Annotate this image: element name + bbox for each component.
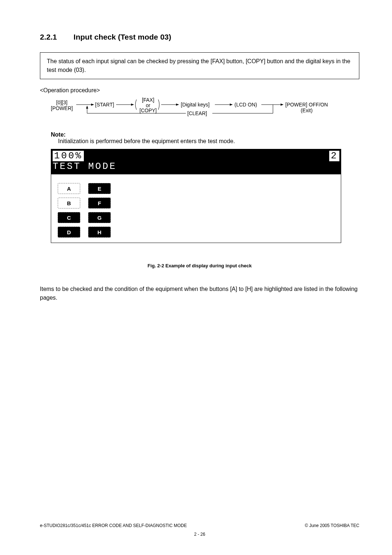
- lcd-button-a[interactable]: A: [58, 183, 80, 194]
- lcd-button-e[interactable]: E: [88, 183, 111, 194]
- lcd-mode: TEST MODE: [53, 161, 339, 172]
- flow-digital: [Digital keys]: [181, 102, 209, 108]
- lcd-button-f[interactable]: F: [88, 198, 111, 208]
- footer-left: e-STUDIO281c/351c/451c ERROR CODE AND SE…: [40, 523, 187, 528]
- body-paragraph: Items to be checked and the condition of…: [40, 285, 359, 302]
- lcd-header: 100% 2 TEST MODE: [51, 149, 341, 174]
- flow-start: [START]: [95, 102, 114, 108]
- page-footer: e-STUDIO281c/351c/451c ERROR CODE AND SE…: [40, 523, 359, 537]
- note-label: Note:: [51, 131, 359, 138]
- flow-diagram: [0][3] [POWER] [START] [FAX] or [COPY] […: [51, 99, 359, 125]
- operation-procedure-label: <Operation procedure>: [40, 87, 359, 94]
- figure-caption: Fig. 2-2 Example of display during input…: [40, 263, 359, 268]
- flow-fax-copy: [FAX] or [COPY]: [138, 97, 158, 113]
- lcd-button-grid: A E B F C G D H: [58, 183, 114, 238]
- section-number: 2.2.1: [40, 33, 57, 41]
- section-header: 2.2.1 Input check (Test mode 03): [40, 33, 359, 41]
- note-block: Note: Initialization is performed before…: [51, 131, 359, 145]
- flow-poweroff: [POWER] OFF/ON (Exit): [285, 102, 328, 113]
- lcd-number: 2: [329, 151, 339, 161]
- flow-power: [0][3] [POWER]: [51, 100, 73, 111]
- lcd-button-c[interactable]: C: [58, 212, 80, 223]
- lcd-display: 100% 2 TEST MODE A E B F C G D H: [51, 149, 341, 243]
- footer-right: © June 2005 TOSHIBA TEC: [305, 523, 359, 528]
- lcd-button-b[interactable]: B: [58, 198, 80, 208]
- lcd-percent: 100%: [53, 151, 84, 161]
- footer-page: 2 - 26: [40, 532, 359, 537]
- lcd-body: A E B F C G D H: [51, 174, 341, 243]
- lcd-button-g[interactable]: G: [88, 212, 111, 223]
- lcd-button-h[interactable]: H: [88, 227, 111, 238]
- section-title: Input check (Test mode 03): [74, 33, 171, 41]
- flow-lcd: (LCD ON): [234, 102, 257, 108]
- status-box: The status of each input signal can be c…: [40, 52, 359, 79]
- note-text: Initialization is performed before the e…: [58, 138, 359, 145]
- flow-clear: [CLEAR]: [187, 110, 207, 116]
- lcd-button-d[interactable]: D: [58, 227, 80, 238]
